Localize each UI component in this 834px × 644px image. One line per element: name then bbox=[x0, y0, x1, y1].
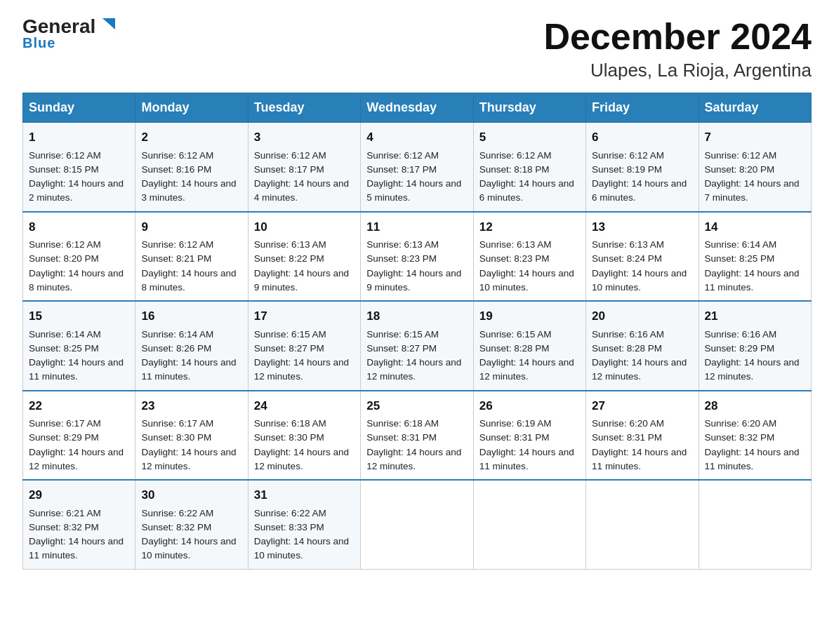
calendar-cell: 9Sunrise: 6:12 AMSunset: 8:21 PMDaylight… bbox=[135, 212, 248, 302]
day-number: 31 bbox=[254, 486, 355, 504]
daylight-text: Daylight: 14 hours and 11 minutes. bbox=[141, 356, 241, 384]
sunrise-text: Sunrise: 6:21 AM bbox=[29, 507, 129, 521]
calendar-title: December 2024 bbox=[543, 17, 812, 57]
day-number: 9 bbox=[141, 218, 241, 236]
calendar-cell: 15Sunrise: 6:14 AMSunset: 8:25 PMDayligh… bbox=[23, 301, 135, 391]
day-number: 29 bbox=[29, 486, 129, 504]
day-number: 13 bbox=[592, 218, 692, 236]
daylight-text: Daylight: 14 hours and 12 minutes. bbox=[29, 445, 129, 474]
day-number: 20 bbox=[592, 307, 692, 326]
calendar-cell: 3Sunrise: 6:12 AMSunset: 8:17 PMDaylight… bbox=[248, 123, 360, 212]
daylight-text: Daylight: 14 hours and 11 minutes. bbox=[29, 535, 129, 563]
sunset-text: Sunset: 8:17 PM bbox=[254, 163, 355, 177]
day-number: 8 bbox=[29, 218, 129, 236]
sunrise-text: Sunrise: 6:12 AM bbox=[705, 149, 805, 163]
sunset-text: Sunset: 8:30 PM bbox=[254, 431, 355, 445]
col-header-thursday: Thursday bbox=[473, 93, 585, 123]
calendar-cell: 10Sunrise: 6:13 AMSunset: 8:22 PMDayligh… bbox=[248, 212, 360, 302]
sunset-text: Sunset: 8:29 PM bbox=[705, 342, 805, 356]
day-number: 21 bbox=[705, 307, 805, 326]
calendar-cell: 16Sunrise: 6:14 AMSunset: 8:26 PMDayligh… bbox=[135, 301, 248, 391]
daylight-text: Daylight: 14 hours and 7 minutes. bbox=[705, 177, 805, 206]
calendar-cell: 2Sunrise: 6:12 AMSunset: 8:16 PMDaylight… bbox=[135, 123, 248, 212]
sunset-text: Sunset: 8:19 PM bbox=[592, 163, 692, 177]
sunrise-text: Sunrise: 6:14 AM bbox=[29, 328, 129, 342]
daylight-text: Daylight: 14 hours and 12 minutes. bbox=[366, 356, 467, 384]
calendar-cell: 13Sunrise: 6:13 AMSunset: 8:24 PMDayligh… bbox=[586, 212, 699, 302]
week-row-5: 29Sunrise: 6:21 AMSunset: 8:32 PMDayligh… bbox=[23, 480, 812, 569]
calendar-cell: 24Sunrise: 6:18 AMSunset: 8:30 PMDayligh… bbox=[248, 391, 360, 481]
day-number: 3 bbox=[254, 128, 355, 147]
col-header-sunday: Sunday bbox=[23, 93, 135, 123]
day-number: 22 bbox=[29, 397, 129, 415]
sunrise-text: Sunrise: 6:15 AM bbox=[254, 328, 355, 342]
week-row-2: 8Sunrise: 6:12 AMSunset: 8:20 PMDaylight… bbox=[23, 212, 812, 302]
sunset-text: Sunset: 8:23 PM bbox=[366, 252, 467, 266]
sunset-text: Sunset: 8:20 PM bbox=[29, 252, 129, 266]
daylight-text: Daylight: 14 hours and 9 minutes. bbox=[254, 267, 355, 295]
daylight-text: Daylight: 14 hours and 11 minutes. bbox=[705, 445, 805, 474]
logo: General Blue bbox=[22, 17, 117, 51]
daylight-text: Daylight: 14 hours and 10 minutes. bbox=[479, 267, 580, 295]
day-number: 19 bbox=[479, 307, 580, 326]
sunrise-text: Sunrise: 6:14 AM bbox=[141, 328, 241, 342]
sunset-text: Sunset: 8:33 PM bbox=[254, 521, 355, 535]
daylight-text: Daylight: 14 hours and 10 minutes. bbox=[592, 267, 692, 295]
daylight-text: Daylight: 14 hours and 11 minutes. bbox=[479, 445, 580, 474]
calendar-cell: 18Sunrise: 6:15 AMSunset: 8:27 PMDayligh… bbox=[361, 301, 473, 391]
daylight-text: Daylight: 14 hours and 6 minutes. bbox=[592, 177, 692, 206]
logo-icon bbox=[97, 15, 117, 35]
week-row-1: 1Sunrise: 6:12 AMSunset: 8:15 PMDaylight… bbox=[23, 123, 812, 212]
day-number: 18 bbox=[366, 307, 467, 326]
sunrise-text: Sunrise: 6:13 AM bbox=[592, 238, 692, 252]
daylight-text: Daylight: 14 hours and 5 minutes. bbox=[366, 177, 467, 206]
page-header: General Blue December 2024 Ulapes, La Ri… bbox=[22, 17, 812, 81]
daylight-text: Daylight: 14 hours and 12 minutes. bbox=[366, 445, 467, 474]
sunrise-text: Sunrise: 6:12 AM bbox=[254, 149, 355, 163]
sunset-text: Sunset: 8:22 PM bbox=[254, 252, 355, 266]
daylight-text: Daylight: 14 hours and 8 minutes. bbox=[29, 267, 129, 295]
sunset-text: Sunset: 8:28 PM bbox=[479, 342, 580, 356]
daylight-text: Daylight: 14 hours and 12 minutes. bbox=[705, 356, 805, 384]
sunset-text: Sunset: 8:32 PM bbox=[141, 521, 241, 535]
day-number: 28 bbox=[705, 397, 805, 415]
daylight-text: Daylight: 14 hours and 2 minutes. bbox=[29, 177, 129, 206]
calendar-subtitle: Ulapes, La Rioja, Argentina bbox=[543, 60, 812, 81]
daylight-text: Daylight: 14 hours and 11 minutes. bbox=[592, 445, 692, 474]
sunset-text: Sunset: 8:27 PM bbox=[254, 342, 355, 356]
calendar-table: SundayMondayTuesdayWednesdayThursdayFrid… bbox=[22, 93, 812, 570]
sunset-text: Sunset: 8:18 PM bbox=[479, 163, 580, 177]
day-number: 17 bbox=[254, 307, 355, 326]
daylight-text: Daylight: 14 hours and 4 minutes. bbox=[254, 177, 355, 206]
day-number: 27 bbox=[592, 397, 692, 415]
sunset-text: Sunset: 8:28 PM bbox=[592, 342, 692, 356]
calendar-cell: 21Sunrise: 6:16 AMSunset: 8:29 PMDayligh… bbox=[699, 301, 811, 391]
title-block: December 2024 Ulapes, La Rioja, Argentin… bbox=[543, 17, 812, 81]
sunset-text: Sunset: 8:23 PM bbox=[479, 252, 580, 266]
sunrise-text: Sunrise: 6:13 AM bbox=[366, 238, 467, 252]
daylight-text: Daylight: 14 hours and 12 minutes. bbox=[141, 445, 241, 474]
daylight-text: Daylight: 14 hours and 3 minutes. bbox=[141, 177, 241, 206]
daylight-text: Daylight: 14 hours and 6 minutes. bbox=[479, 177, 580, 206]
calendar-cell: 17Sunrise: 6:15 AMSunset: 8:27 PMDayligh… bbox=[248, 301, 360, 391]
svg-marker-0 bbox=[102, 18, 115, 29]
day-number: 15 bbox=[29, 307, 129, 326]
sunrise-text: Sunrise: 6:13 AM bbox=[254, 238, 355, 252]
day-number: 16 bbox=[141, 307, 241, 326]
daylight-text: Daylight: 14 hours and 12 minutes. bbox=[254, 445, 355, 474]
calendar-cell: 12Sunrise: 6:13 AMSunset: 8:23 PMDayligh… bbox=[473, 212, 585, 302]
sunset-text: Sunset: 8:25 PM bbox=[705, 252, 805, 266]
day-number: 4 bbox=[366, 128, 467, 147]
daylight-text: Daylight: 14 hours and 11 minutes. bbox=[705, 267, 805, 295]
sunrise-text: Sunrise: 6:12 AM bbox=[29, 238, 129, 252]
sunrise-text: Sunrise: 6:22 AM bbox=[141, 507, 241, 521]
calendar-cell: 5Sunrise: 6:12 AMSunset: 8:18 PMDaylight… bbox=[473, 123, 585, 212]
day-number: 7 bbox=[705, 128, 805, 147]
sunset-text: Sunset: 8:26 PM bbox=[141, 342, 241, 356]
sunrise-text: Sunrise: 6:14 AM bbox=[705, 238, 805, 252]
sunset-text: Sunset: 8:30 PM bbox=[141, 431, 241, 445]
daylight-text: Daylight: 14 hours and 10 minutes. bbox=[141, 535, 241, 563]
sunset-text: Sunset: 8:31 PM bbox=[479, 431, 580, 445]
sunrise-text: Sunrise: 6:12 AM bbox=[29, 149, 129, 163]
col-header-friday: Friday bbox=[586, 93, 699, 123]
